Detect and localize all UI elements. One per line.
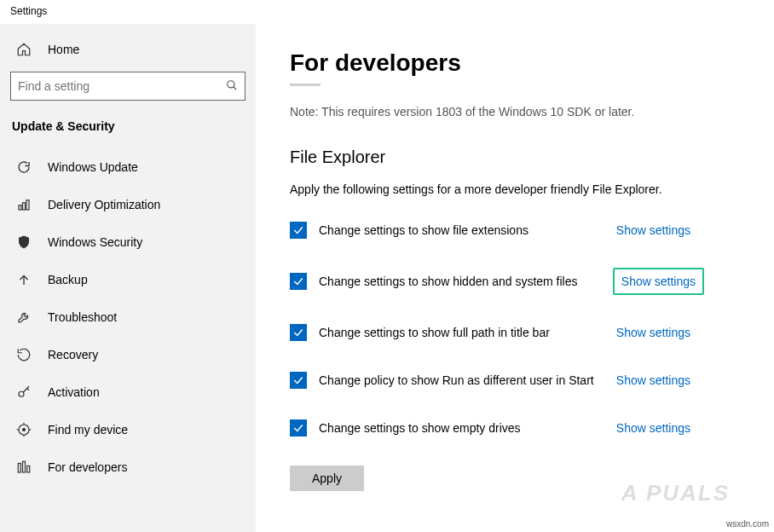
checkbox[interactable]: [290, 222, 307, 239]
sidebar-item-troubleshoot[interactable]: Troubleshoot: [9, 298, 247, 336]
search-input[interactable]: [18, 79, 226, 93]
developer-icon: [15, 459, 32, 476]
sidebar-item-label: For developers: [48, 460, 127, 474]
svg-rect-15: [27, 466, 30, 473]
sidebar-item-label: Windows Security: [48, 235, 142, 249]
search-icon: [226, 79, 238, 94]
svg-rect-14: [23, 461, 26, 472]
sidebar-item-label: Backup: [48, 273, 88, 286]
brand-watermark: A PUALS: [621, 480, 730, 506]
checkbox[interactable]: [290, 372, 307, 389]
recovery-icon: [15, 346, 32, 363]
sidebar-item-label: Activation: [48, 385, 100, 399]
section-title-file-explorer: File Explorer: [290, 147, 774, 167]
show-settings-link[interactable]: Show settings: [609, 418, 697, 438]
shield-icon: [15, 234, 32, 251]
page-title: For developers: [290, 49, 774, 77]
sdk-note: Note: This requires version 1803 of the …: [290, 105, 774, 119]
sidebar-item-for-developers[interactable]: For developers: [9, 448, 247, 486]
setting-label: Change settings to show full path in tit…: [319, 326, 609, 339]
show-settings-link[interactable]: Show settings: [609, 322, 697, 343]
sidebar-item-activation[interactable]: Activation: [9, 373, 247, 411]
section-description: Apply the following settings for a more …: [290, 182, 774, 196]
sidebar-item-label: Delivery Optimization: [48, 198, 160, 211]
sidebar-item-delivery-optimization[interactable]: Delivery Optimization: [9, 186, 247, 223]
show-settings-link[interactable]: Show settings: [609, 220, 697, 240]
show-settings-link[interactable]: Show settings: [609, 370, 697, 390]
svg-point-8: [23, 429, 26, 431]
setting-row-hidden-files: Change settings to show hidden and syste…: [290, 268, 774, 295]
setting-row-empty-drives: Change settings to show empty drives Sho…: [290, 418, 774, 438]
setting-label: Change policy to show Run as different u…: [319, 373, 609, 387]
wrench-icon: [15, 309, 32, 326]
nav-list: Windows Update Delivery Optimization Win…: [9, 148, 247, 486]
backup-icon: [15, 271, 32, 288]
sidebar-home[interactable]: Home: [9, 32, 247, 66]
setting-label: Change settings to show file extensions: [319, 223, 609, 237]
optimization-icon: [15, 196, 32, 213]
location-icon: [15, 421, 32, 438]
svg-rect-13: [18, 464, 20, 473]
sidebar-category: Update & Security: [9, 111, 247, 148]
setting-label: Change settings to show hidden and syste…: [319, 275, 613, 288]
sidebar-item-find-my-device[interactable]: Find my device: [9, 411, 247, 448]
content-area: For developers Note: This requires versi…: [256, 24, 774, 532]
sidebar-item-windows-update[interactable]: Windows Update: [9, 148, 247, 186]
svg-line-1: [234, 86, 237, 90]
sidebar-item-windows-security[interactable]: Windows Security: [9, 223, 247, 261]
sidebar-item-backup[interactable]: Backup: [9, 261, 247, 298]
show-settings-link-highlighted[interactable]: Show settings: [613, 268, 704, 295]
main-layout: Home Update & Security Windows Update: [0, 24, 774, 532]
sidebar-item-label: Windows Update: [48, 160, 138, 174]
key-icon: [15, 384, 32, 401]
checkbox[interactable]: [290, 324, 307, 341]
sidebar-item-label: Find my device: [48, 423, 128, 437]
checkbox[interactable]: [290, 273, 307, 290]
svg-point-6: [19, 391, 24, 396]
svg-rect-4: [26, 200, 29, 210]
window-title: Settings: [0, 0, 774, 24]
setting-row-file-extensions: Change settings to show file extensions …: [290, 220, 774, 240]
setting-label: Change settings to show empty drives: [319, 421, 609, 435]
sidebar-item-recovery[interactable]: Recovery: [9, 336, 247, 373]
sidebar-item-label: Recovery: [48, 348, 98, 361]
svg-rect-3: [23, 203, 26, 210]
sidebar-item-label: Troubleshoot: [48, 310, 117, 324]
sync-icon: [15, 159, 32, 176]
home-icon: [15, 41, 32, 58]
sidebar-home-label: Home: [48, 43, 79, 56]
title-underline: [290, 84, 321, 86]
checkbox[interactable]: [290, 419, 307, 437]
setting-row-full-path: Change settings to show full path in tit…: [290, 322, 774, 343]
svg-point-0: [228, 80, 234, 87]
apply-button[interactable]: Apply: [290, 466, 364, 491]
setting-row-run-different-user: Change policy to show Run as different u…: [290, 370, 774, 390]
source-watermark: wsxdn.com: [726, 519, 769, 529]
svg-rect-2: [19, 205, 21, 210]
search-box[interactable]: [10, 72, 245, 101]
sidebar: Home Update & Security Windows Update: [0, 24, 256, 532]
